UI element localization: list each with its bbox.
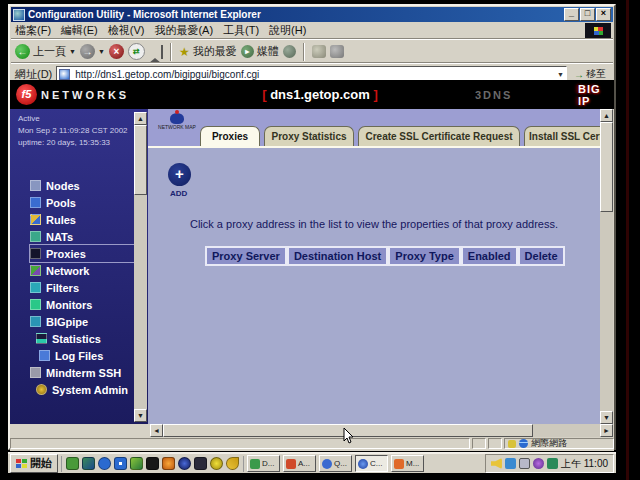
messenger-icon[interactable] [505,458,516,469]
quicklaunch-icon-7[interactable] [162,457,175,470]
column-delete[interactable]: Delete [518,246,565,266]
minimize-button[interactable]: _ [564,8,579,21]
sidebar-item-rules[interactable]: Rules [30,211,142,228]
refresh-button[interactable]: ⇄ [128,43,145,60]
scroll-up-icon[interactable]: ▲ [600,109,613,122]
quicklaunch-icon-3[interactable] [98,457,111,470]
clock[interactable]: 上午 11:00 [561,457,608,471]
sidebar-item-system-admin[interactable]: System Admin [30,381,142,398]
scroll-down-icon[interactable]: ▼ [134,409,147,422]
column-enabled[interactable]: Enabled [461,246,518,266]
column-proxy-type[interactable]: Proxy Type [388,246,461,266]
brand-text: NETWORKS [41,89,129,101]
sidebar-item-statistics[interactable]: Statistics [30,330,142,347]
status-message-cell [10,438,470,449]
proxies-icon [30,248,41,259]
quicklaunch-icon-9[interactable] [194,457,207,470]
sidebar-item-filters[interactable]: Filters [30,279,142,296]
tab-proxy-statistics[interactable]: Proxy Statistics [264,126,354,146]
stop-button[interactable]: × [109,44,124,59]
tab-install-ssl-certificates[interactable]: Install SSL Certif [524,126,600,146]
sidebar-scrollbar[interactable]: ▲ ▼ [134,112,147,422]
add-proxy-button[interactable]: + [168,163,191,186]
sidebar-item-mindterm-ssh[interactable]: Mindterm SSH [30,364,142,381]
status-cell-2 [488,438,502,449]
sidebar-item-monitors[interactable]: Monitors [30,296,142,313]
volume-icon[interactable] [491,458,502,469]
quicklaunch-icon-2[interactable] [82,457,95,470]
task-icon-4 [358,459,368,469]
quick-launch-bar [61,456,244,472]
network-map-button[interactable]: NETWORK MAP [156,113,198,130]
vertical-scrollbar[interactable]: ▲ ▼ [600,109,613,424]
menu-help[interactable]: 說明(H) [269,23,306,38]
mail-button[interactable] [312,45,326,58]
globe-icon [519,439,528,448]
system-tray: 上午 11:00 [485,454,614,473]
forward-button[interactable]: → ▼ [80,44,105,59]
quicklaunch-icon-8[interactable] [178,457,191,470]
sidebar-item-pools[interactable]: Pools [30,194,142,211]
task-button-4[interactable]: C... [355,455,388,472]
app-tray-icon[interactable] [533,458,544,469]
quicklaunch-icon-11[interactable] [226,457,239,470]
address-dropdown-icon[interactable]: ▼ [557,71,564,78]
go-arrow-icon: → [574,69,584,80]
back-button[interactable]: ← 上一頁 ▼ [15,44,76,59]
horizontal-scrollbar[interactable]: ◄ ► [150,424,613,437]
start-button[interactable]: 開始 [10,454,58,473]
sidebar-item-log-files[interactable]: Log Files [30,347,142,364]
go-button[interactable]: → 移至 [571,67,609,81]
history-button[interactable] [283,45,296,58]
home-button[interactable] [149,46,163,58]
sidebar-item-nodes[interactable]: Nodes [30,177,142,194]
menu-favorites[interactable]: 我的最愛(A) [154,23,213,38]
scroll-left-icon[interactable]: ◄ [150,424,163,437]
address-input[interactable] [73,67,554,81]
sidebar-item-bigpipe[interactable]: BIGpipe [30,313,142,330]
quicklaunch-icon-4[interactable] [114,457,127,470]
windows-logo-icon [594,27,603,35]
add-button-label: ADD [170,189,187,198]
nav-bigip[interactable]: BIG IP [578,83,614,107]
vertical-scroll-thumb[interactable] [600,122,613,212]
menu-file[interactable]: 檔案(F) [15,23,51,38]
scroll-down-icon[interactable]: ▼ [600,411,613,424]
menu-tools[interactable]: 工具(T) [223,23,259,38]
task-button-5[interactable]: M... [391,455,424,472]
favorites-button[interactable]: ★ 我的最愛 [179,44,237,59]
sidebar-item-network[interactable]: Network [30,262,142,279]
quicklaunch-icon-5[interactable] [130,457,143,470]
maximize-button[interactable]: □ [580,8,595,21]
scroll-up-icon[interactable]: ▲ [134,112,147,125]
close-button[interactable]: × [596,8,611,21]
menu-view[interactable]: 檢視(V) [108,23,145,38]
tab-proxies[interactable]: Proxies [200,126,260,146]
scroll-right-icon[interactable]: ► [600,424,613,437]
app-icon [13,9,25,21]
forward-dropdown-icon[interactable]: ▼ [98,48,105,55]
task-button-3[interactable]: Q... [319,455,352,472]
quicklaunch-icon-10[interactable] [210,457,223,470]
quicklaunch-icon-1[interactable] [66,457,79,470]
quicklaunch-icon-6[interactable] [146,457,159,470]
display-icon[interactable] [519,458,530,469]
media-button[interactable]: ▸ 媒體 [241,44,279,59]
task-button-1[interactable]: D... [247,455,280,472]
back-dropdown-icon[interactable]: ▼ [69,48,76,55]
sidebar-item-nats[interactable]: NATs [30,228,142,245]
f5-logo[interactable]: f5 [16,84,37,105]
nav-3dns[interactable]: 3DNS [475,89,512,101]
sidebar-scroll-thumb[interactable] [134,125,147,195]
tab-create-ssl-certificate-request[interactable]: Create SSL Certificate Request [358,126,520,146]
menu-edit[interactable]: 編輯(E) [61,23,98,38]
network-tray-icon[interactable] [547,458,558,469]
mouse-cursor [343,427,355,445]
sidebar: Active Mon Sep 2 11:09:28 CST 2002 uptim… [10,109,148,424]
column-proxy-server[interactable]: Proxy Server [205,246,287,266]
task-buttons: D... A... Q... C... M... [247,455,424,472]
task-button-2[interactable]: A... [283,455,316,472]
sidebar-item-proxies[interactable]: Proxies [30,245,142,262]
print-button[interactable] [330,45,344,58]
column-destination-host[interactable]: Destination Host [287,246,388,266]
